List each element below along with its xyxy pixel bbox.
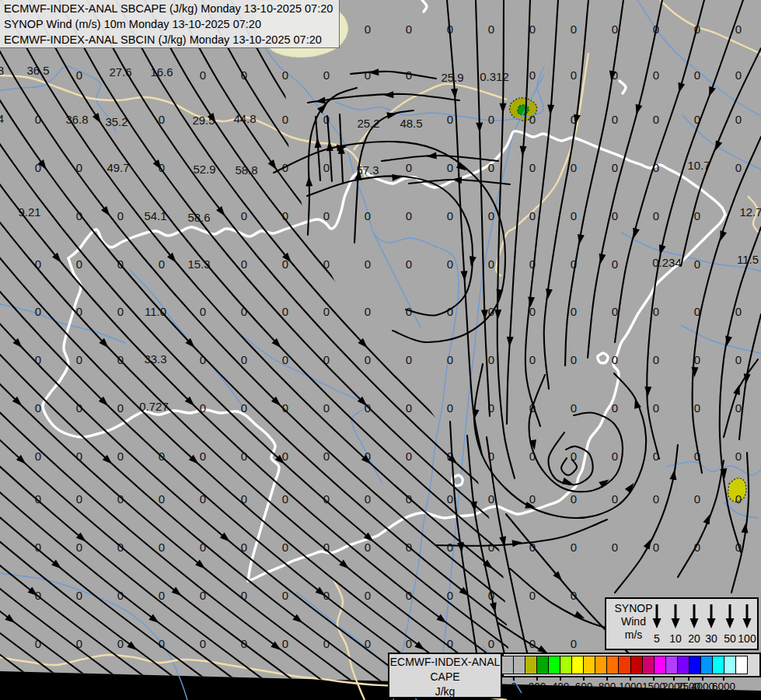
streamline-arrowhead [632,397,641,409]
streamline-arrowhead [703,513,713,524]
streamline-arrowhead [546,104,554,115]
streamline [87,0,730,684]
wind-speed-arrow-icon [704,603,718,629]
streamline [30,0,672,684]
cape-colorbar-cell [677,656,689,674]
streamline [529,375,623,492]
streamline-arrowhead [597,254,606,265]
wind-speed-label: 100 [738,632,756,645]
cape-colorbar-cell [513,656,525,674]
cape-colorbar-cell [536,656,549,674]
streamline-arrowhead [562,478,574,487]
wind-speed-label: 50 [724,632,736,645]
streamline [0,0,414,684]
streamline-arrowhead [452,176,463,184]
cape-colorbar-label: 1000 [619,681,642,692]
cape-colorbar-cell [654,656,666,674]
streamline-arrowhead [451,89,459,100]
streamline-arrowhead [386,110,397,119]
streamline [307,176,473,315]
streamline-arrowhead [712,140,722,152]
cape-colorbar-cell [724,656,736,674]
cape-colorbar-cell [571,656,584,674]
cape-colorbar-cell [501,656,514,674]
wind-legend-title-line: m/s [611,628,656,642]
wind-speed-arrow-icon [723,603,737,629]
wind-speed-arrow-icon [650,603,664,629]
streamline [202,0,761,684]
streamline-arrowhead [392,173,403,181]
wind-speed-label: 20 [688,632,700,645]
streamline [549,432,593,485]
streamline [525,0,558,426]
streamline [0,0,241,684]
weather-map-canvas: 0000000000000000000000000000000000000000… [0,0,761,700]
wind-legend: SYNOP Wind m/s 510203050100 [605,597,759,650]
streamline-arrowhead [576,234,585,245]
cape-legend-title-line: ECMWF-INDEX-ANAL [389,654,501,669]
cape-colorbar-label: 800 [599,681,616,692]
streamline-arrowhead [723,336,732,348]
cape-colorbar-cell [618,656,630,674]
wind-speed-label: 5 [654,632,660,645]
streamline-arrowhead [368,68,379,76]
streamline [647,0,743,459]
streamline-arrowhead [506,337,514,348]
cape-legend-title-line: J/kg [389,684,501,698]
streamline [58,0,701,684]
cape-colorbar-label: 0 [511,681,517,692]
title-line-wind: SYNOP Wind (m/s) 10m Monday 13-10-2025 0… [4,16,339,32]
cape-colorbar-label: 200 [529,681,546,692]
streamline-arrowhead [461,271,469,281]
cape-colorbar-cell [700,656,713,674]
streamline-arrowhead [331,206,343,219]
streamline [507,0,530,424]
streamline [447,0,482,455]
title-line-sbcape: ECMWF-INDEX-ANAL SBCAPE (J/kg) Monday 13… [4,1,339,16]
streamline [316,117,320,180]
streamline-arrowhead [93,113,104,125]
streamline [497,0,515,478]
title-line-sbcin: ECMWF-INDEX-ANAL SBCIN (J/kg) Monday 13-… [4,32,339,47]
streamline [615,0,704,342]
streamline [0,0,270,684]
streamline-arrowhead [527,297,535,308]
streamline-arrowhead [499,103,506,114]
cape-colorbar-cell [665,656,678,674]
streamline-arrowhead [383,91,393,99]
streamline-arrowhead [675,82,685,94]
wind-speed-arrow-icon [687,603,701,629]
streamline [615,445,678,593]
streamline-arrowhead [476,122,483,132]
cape-legend-title-panel: ECMWF-INDEX-ANAL CAPE J/kg [388,653,502,698]
cape-colorbar-cell [712,656,724,674]
streamline-arrowhead [519,145,527,156]
streamline [0,0,471,684]
streamline-arrowhead [397,253,409,265]
streamline [565,0,623,366]
cape-legend-title-line: CAPE [389,669,501,684]
cape-colorbar-cell [642,656,655,674]
wind-speed-label: 30 [705,632,717,645]
streamline [0,0,356,684]
cape-colorbar-cell [595,656,607,674]
cape-colorbar-cell [630,656,643,674]
streamline [678,460,724,577]
streamline-arrowhead [717,230,727,242]
streamline [731,453,749,593]
streamline [720,227,761,552]
streamline [308,88,357,235]
streamline-arrowhead [742,522,749,533]
wind-streamlines-layer [0,0,761,700]
streamline [145,0,761,684]
streamline-arrowhead [625,481,637,493]
streamline-arrowhead [630,228,640,240]
streamline-arrowhead [733,383,742,395]
streamline-arrowhead [633,104,642,116]
streamline-arrowhead [558,642,571,653]
cape-colorbar-cell [606,656,619,674]
cape-colorbar-label: 400 [552,681,570,692]
streamline [0,0,529,684]
map-title-block: ECMWF-INDEX-ANAL SBCAPE (J/kg) Monday 13… [0,0,340,48]
streamline [561,458,577,475]
